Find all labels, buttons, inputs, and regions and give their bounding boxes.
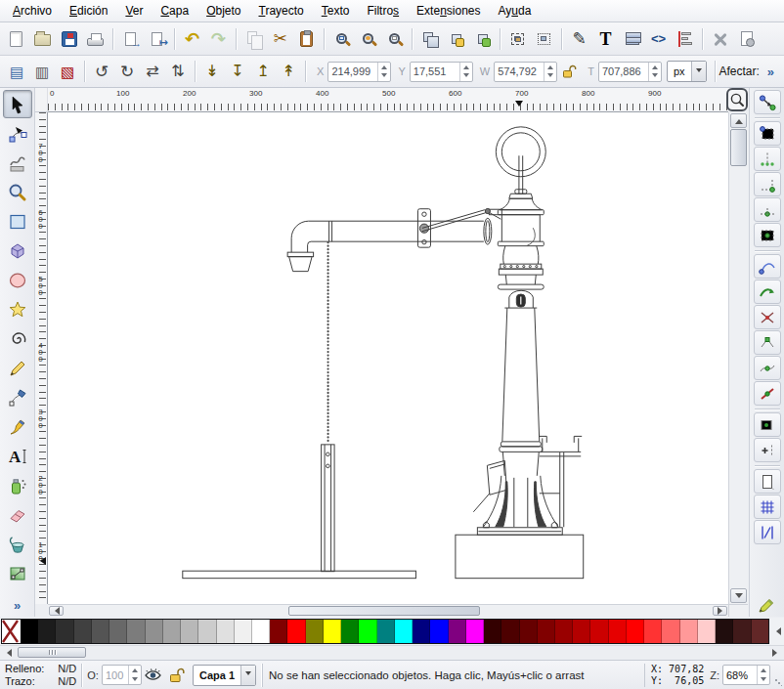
cut-button[interactable]: ✂ <box>267 25 293 52</box>
snap-line-midpoints-button[interactable] <box>754 381 781 406</box>
scroll-up-button[interactable] <box>730 113 747 128</box>
layer-lock-toggle[interactable] <box>165 664 189 687</box>
menu-capa[interactable]: Capa <box>152 1 197 21</box>
color-swatch[interactable] <box>662 620 679 643</box>
calligraphy-tool-button[interactable] <box>3 412 32 441</box>
lower-to-bottom-button[interactable]: ↡ <box>199 59 225 85</box>
preferences-button[interactable] <box>707 25 733 52</box>
paint-bucket-tool-button[interactable] <box>3 530 32 558</box>
vertical-scrollbar[interactable] <box>728 112 748 604</box>
color-swatch[interactable] <box>698 620 716 643</box>
opacity-steppers[interactable] <box>128 666 141 684</box>
menu-texto[interactable]: Texto <box>313 1 359 21</box>
color-managed-display-toggle[interactable] <box>728 604 748 617</box>
color-swatch[interactable] <box>287 620 305 643</box>
snap-object-centers-button[interactable] <box>754 412 781 437</box>
snap-nodes-button[interactable] <box>754 254 781 279</box>
print-button[interactable] <box>82 25 109 52</box>
create-clone-button[interactable] <box>443 25 469 52</box>
snap-rotation-centers-button[interactable] <box>754 438 781 462</box>
snap-bbox-edges-button[interactable] <box>754 147 781 171</box>
snap-bbox-corners-button[interactable] <box>754 172 781 196</box>
color-swatch[interactable] <box>92 620 109 643</box>
snap-to-paths-button[interactable] <box>754 280 781 304</box>
snap-bbox-edge-midpoints-button[interactable] <box>754 197 781 222</box>
snap-bounding-box-button[interactable] <box>754 121 781 146</box>
color-swatch[interactable] <box>21 620 38 643</box>
spray-tool-button[interactable] <box>3 471 32 499</box>
color-swatch[interactable] <box>466 620 484 643</box>
zoom-selection-button[interactable] <box>328 25 355 52</box>
flip-vertical-button[interactable]: ⇅ <box>165 59 191 85</box>
color-swatch[interactable] <box>56 620 73 643</box>
color-swatch[interactable] <box>449 620 466 643</box>
color-swatch[interactable] <box>341 620 359 643</box>
selector-tool-button[interactable] <box>3 90 32 118</box>
spiral-tool-button[interactable] <box>3 324 32 353</box>
color-swatch[interactable] <box>590 620 608 643</box>
horizontal-ruler[interactable]: 0 100 200 300 400 500 600 700 800 900 <box>48 88 728 112</box>
box-3d-tool-button[interactable] <box>3 237 32 265</box>
color-swatch[interactable] <box>146 620 163 643</box>
color-swatch[interactable] <box>127 620 145 643</box>
zoom-drawing-button[interactable] <box>355 25 381 52</box>
palette-scrollbar[interactable] <box>0 645 784 660</box>
color-swatch[interactable] <box>359 620 376 643</box>
vertical-scroll-thumb[interactable] <box>730 129 747 166</box>
layer-visibility-toggle[interactable] <box>142 664 165 687</box>
color-swatch[interactable] <box>627 620 644 643</box>
eraser-tool-button[interactable] <box>3 500 32 529</box>
menu-archivo[interactable]: Archivo <box>4 1 61 21</box>
toolbox-overflow-button[interactable]: » <box>14 598 21 613</box>
zoom-steppers[interactable] <box>757 666 769 684</box>
open-document-button[interactable] <box>29 25 56 52</box>
color-swatch[interactable] <box>235 620 252 643</box>
x-steppers[interactable] <box>377 63 390 81</box>
new-document-button[interactable] <box>3 25 29 52</box>
horizontal-scrollbar[interactable] <box>48 604 728 617</box>
dock-resize-grip[interactable] <box>756 595 777 615</box>
text-tool-button[interactable]: A <box>3 442 32 470</box>
rotate-ccw-button[interactable]: ↺ <box>89 59 114 85</box>
raise-to-top-button[interactable]: ↟ <box>276 59 301 85</box>
y-spinbox[interactable]: 17,551 <box>410 62 473 82</box>
color-swatch[interactable] <box>109 620 127 643</box>
palette-scroll-thumb[interactable] <box>18 647 86 658</box>
duplicate-button[interactable] <box>416 25 443 52</box>
scroll-right-button[interactable] <box>713 606 727 616</box>
fill-stroke-dialog-button[interactable]: ✎ <box>566 25 592 52</box>
palette-scroll-left-button[interactable] <box>769 619 783 644</box>
color-swatch[interactable] <box>573 620 590 643</box>
color-swatch[interactable] <box>252 620 270 643</box>
zoom-spinbox[interactable]: 68% <box>722 665 770 685</box>
rectangle-tool-button[interactable] <box>3 207 32 236</box>
color-swatch[interactable] <box>680 620 698 643</box>
flip-horizontal-button[interactable]: ⇄ <box>140 59 165 85</box>
color-swatch[interactable] <box>430 620 448 643</box>
y-steppers[interactable] <box>459 63 472 81</box>
tweak-tool-button[interactable] <box>3 149 32 177</box>
menu-extensiones[interactable]: Extensiones <box>408 1 489 21</box>
raise-button[interactable]: ↥ <box>250 59 276 85</box>
group-button[interactable] <box>504 25 531 52</box>
scroll-down-button[interactable] <box>730 588 747 603</box>
node-editor-tool-button[interactable] <box>3 119 32 148</box>
snap-page-border-button[interactable] <box>754 469 781 494</box>
bezier-pen-tool-button[interactable] <box>3 383 32 411</box>
color-swatch[interactable] <box>609 620 627 643</box>
ungroup-button[interactable] <box>531 25 557 52</box>
align-distribute-button[interactable] <box>672 25 698 52</box>
lock-ratio-button[interactable] <box>561 64 577 79</box>
color-swatch[interactable] <box>163 620 181 643</box>
opacity-spinbox[interactable]: 100 <box>102 665 142 685</box>
color-swatch[interactable] <box>181 620 198 643</box>
rotate-cw-button[interactable]: ↻ <box>114 59 140 85</box>
h-steppers[interactable] <box>648 63 661 81</box>
snap-grid-button[interactable] <box>754 495 781 519</box>
menu-objeto[interactable]: Objeto <box>197 1 249 21</box>
menu-trayecto[interactable]: Trayecto <box>250 1 313 21</box>
snap-guides-button[interactable] <box>754 520 781 544</box>
color-swatch[interactable] <box>520 620 538 643</box>
w-spinbox[interactable]: 574,792 <box>494 62 557 82</box>
text-dialog-button[interactable]: T <box>592 25 619 52</box>
